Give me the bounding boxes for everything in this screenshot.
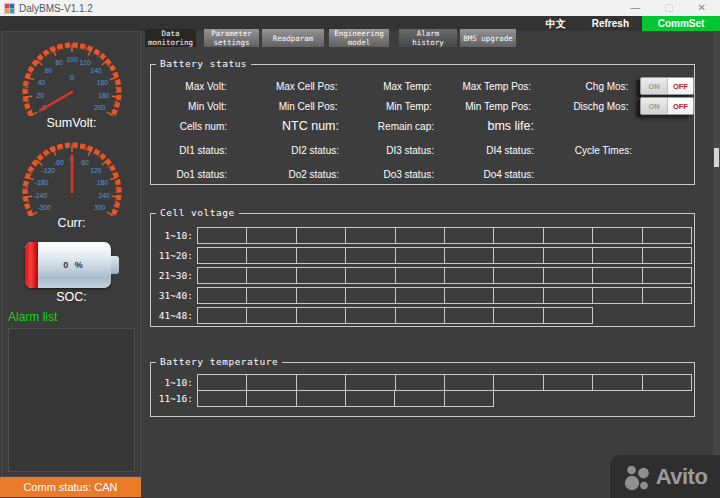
grid-row: 31~40: bbox=[151, 287, 694, 304]
tab-parameter-settings[interactable]: Parameter settings bbox=[204, 29, 259, 47]
status-label: Cells num: bbox=[155, 121, 227, 132]
status-label: Max Cell Pos: bbox=[226, 81, 337, 92]
status-label: NTC num: bbox=[227, 119, 339, 133]
cell bbox=[345, 267, 395, 284]
grid-row: 11~16: bbox=[151, 390, 694, 407]
cell bbox=[543, 247, 593, 264]
language-button[interactable]: 中文 bbox=[533, 17, 579, 31]
battery-status-group: Battery status Max Volt:Max Cell Pos:Max… bbox=[150, 64, 695, 185]
refresh-button[interactable]: Refresh bbox=[579, 18, 642, 29]
svg-text:180: 180 bbox=[98, 92, 110, 99]
curr-gauge: -300-240-180-120-60060120180240300 bbox=[9, 134, 135, 216]
toggle-off-label: OFF bbox=[668, 98, 693, 114]
toggle-on-label: ON bbox=[641, 78, 667, 94]
cell bbox=[592, 227, 642, 244]
cell bbox=[246, 307, 296, 324]
tab-bms-upgrade[interactable]: BMS upgrade bbox=[460, 29, 516, 47]
window-title: DalyBMS-V1.1.2 bbox=[19, 3, 93, 14]
vertical-scrollbar[interactable] bbox=[713, 31, 720, 477]
cell bbox=[543, 287, 593, 304]
svg-text:120: 120 bbox=[79, 59, 91, 66]
cell bbox=[444, 390, 494, 407]
status-label: Max Volt: bbox=[155, 81, 226, 92]
close-button[interactable]: ✕ bbox=[698, 0, 706, 16]
status-label: DI3 status: bbox=[339, 145, 434, 156]
cell bbox=[246, 247, 296, 264]
cell bbox=[246, 374, 296, 391]
battery-body: 0 % bbox=[25, 242, 111, 288]
cell bbox=[444, 374, 494, 391]
cell bbox=[493, 374, 543, 391]
battery-status-row: Cells num:NTC num:Remain cap:bms life: bbox=[155, 116, 694, 136]
cell bbox=[493, 287, 543, 304]
status-label: DI4 status: bbox=[434, 145, 534, 156]
svg-text:0: 0 bbox=[69, 73, 74, 82]
watermark-brand: Avito bbox=[656, 464, 708, 490]
row-cells bbox=[197, 390, 494, 407]
cell bbox=[395, 267, 445, 284]
row-cells bbox=[197, 287, 692, 304]
cell bbox=[592, 374, 642, 391]
cell bbox=[296, 267, 346, 284]
grid-row: 11~20: bbox=[151, 247, 694, 264]
status-label: Max Temp: bbox=[338, 81, 432, 92]
cell bbox=[642, 374, 692, 391]
grid-row: 21~30: bbox=[151, 267, 694, 284]
svg-text:-120: -120 bbox=[41, 167, 55, 174]
row-label: 1~10: bbox=[151, 230, 197, 241]
app-window: { "window": { "title": "DalyBMS-V1.1.2",… bbox=[0, 0, 720, 498]
status-label: Remain cap: bbox=[339, 121, 434, 132]
alarm-list-label: Alarm list bbox=[3, 310, 140, 326]
cell bbox=[296, 390, 346, 407]
cell bbox=[543, 374, 593, 391]
cell bbox=[395, 307, 445, 324]
cell bbox=[493, 307, 543, 324]
cell bbox=[246, 390, 296, 407]
cell bbox=[444, 267, 494, 284]
tab-alarm-history[interactable]: Alarm history bbox=[399, 29, 457, 47]
svg-text:140: 140 bbox=[90, 67, 102, 74]
cell bbox=[395, 374, 445, 391]
cell bbox=[345, 227, 395, 244]
status-label: Min Temp Pos: bbox=[432, 101, 531, 112]
battery-status-row: Do1 status:Do2 status:Do3 status:Do4 sta… bbox=[155, 164, 694, 184]
commset-button[interactable]: CommSet bbox=[642, 16, 720, 31]
cell bbox=[197, 227, 247, 244]
alarm-list-panel bbox=[8, 328, 135, 472]
status-label: Min Volt: bbox=[155, 101, 226, 112]
curr-gauge-label: Curr: bbox=[58, 216, 86, 232]
cell bbox=[444, 247, 494, 264]
toggle-off-label: OFF bbox=[668, 78, 693, 94]
svg-text:300: 300 bbox=[94, 204, 106, 211]
svg-text:60: 60 bbox=[44, 67, 52, 74]
scrollbar-thumb[interactable] bbox=[714, 148, 719, 167]
row-label: 11~16: bbox=[151, 393, 197, 404]
toggle-dischg-mos[interactable]: ONOFF bbox=[640, 97, 694, 115]
cell bbox=[296, 247, 346, 264]
cell bbox=[543, 307, 593, 324]
tab-engineering-model[interactable]: Engineering model bbox=[329, 29, 389, 47]
cell bbox=[345, 307, 395, 324]
maximize-button[interactable]: ▢ bbox=[664, 0, 673, 16]
cell bbox=[642, 227, 692, 244]
svg-text:80: 80 bbox=[55, 59, 63, 66]
cell-voltage-grid: 1~10:11~20:21~30:31~40:41~48: bbox=[151, 214, 694, 326]
status-label: Min Temp: bbox=[338, 101, 432, 112]
cell bbox=[444, 227, 494, 244]
cell bbox=[345, 287, 395, 304]
cell bbox=[246, 267, 296, 284]
row-label: 41~48: bbox=[151, 310, 197, 321]
row-cells bbox=[197, 307, 593, 324]
cell bbox=[345, 390, 395, 407]
battery-charge-level bbox=[25, 242, 38, 288]
sidebar: 0204060801001201401601802000 SumVolt: -3… bbox=[2, 31, 141, 477]
toggle-chg-mos[interactable]: ONOFF bbox=[640, 77, 694, 95]
battery-soc-icon: 0 % bbox=[25, 242, 119, 288]
tab-readparam[interactable]: Readparam bbox=[262, 29, 324, 47]
cell bbox=[197, 374, 247, 391]
row-label: 1~10: bbox=[151, 377, 197, 388]
minimize-button[interactable]: — bbox=[630, 0, 640, 16]
cell bbox=[592, 247, 642, 264]
tab-data-monitoring[interactable]: Data monitoring bbox=[145, 29, 196, 47]
svg-text:200: 200 bbox=[94, 104, 106, 111]
